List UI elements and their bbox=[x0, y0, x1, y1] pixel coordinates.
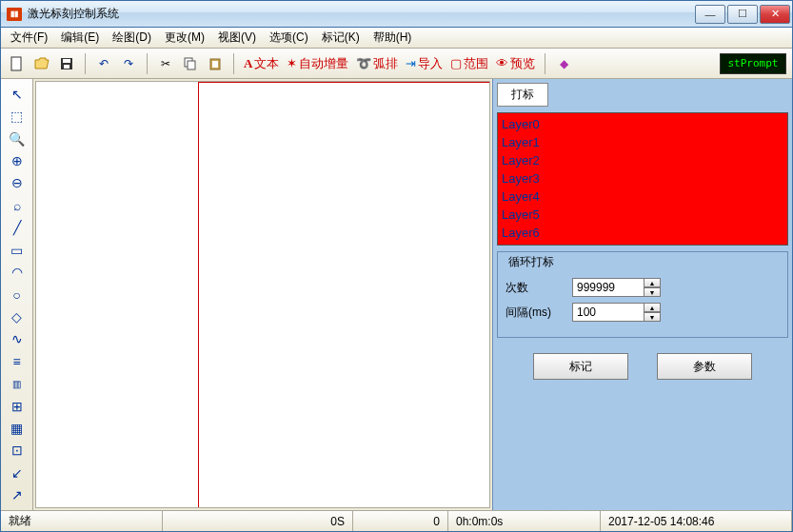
text-tool-label: 文本 bbox=[254, 55, 279, 72]
group-tool-icon[interactable]: ▦ bbox=[5, 417, 30, 439]
count-label: 次数 bbox=[506, 280, 563, 296]
preview-button[interactable]: 👁预览 bbox=[494, 53, 537, 74]
redo-icon[interactable]: ↷ bbox=[118, 53, 139, 74]
svg-rect-2 bbox=[63, 59, 70, 63]
separator bbox=[233, 53, 234, 74]
import-label: 导入 bbox=[418, 55, 443, 72]
barcode-tool-icon[interactable]: ▥ bbox=[5, 372, 30, 394]
title-bar: ▮▮ 激光标刻控制系统 ― ☐ ✕ bbox=[1, 1, 792, 28]
status-elapsed: 0h:0m:0s bbox=[448, 511, 601, 531]
canvas[interactable] bbox=[35, 81, 490, 508]
interval-label: 间隔(ms) bbox=[506, 305, 563, 321]
layer-list[interactable]: Layer0 Layer1 Layer2 Layer3 Layer4 Layer… bbox=[497, 112, 788, 246]
zoom-window-icon[interactable]: ⌕ bbox=[5, 194, 30, 216]
zoom-in-icon[interactable]: ⊕ bbox=[5, 149, 30, 171]
loop-mark-group: 循环打标 次数 ▲▼ 间隔(ms) ▲▼ bbox=[497, 251, 788, 338]
svg-rect-7 bbox=[212, 61, 218, 68]
zoom-extent-icon[interactable]: 🔍 bbox=[5, 128, 30, 149]
align-tool-icon[interactable]: ⊞ bbox=[5, 395, 30, 417]
arc-arrange-button[interactable]: ➰弧排 bbox=[354, 53, 400, 74]
zoom-out-icon[interactable]: ⊖ bbox=[5, 172, 30, 194]
arc-tool-icon[interactable]: ◠ bbox=[5, 261, 30, 283]
tab-mark[interactable]: 打标 bbox=[497, 83, 548, 107]
menu-edit[interactable]: 编辑(E) bbox=[55, 28, 105, 48]
separator bbox=[147, 53, 148, 74]
menu-mark[interactable]: 标记(K) bbox=[316, 28, 366, 48]
count-up-icon[interactable]: ▲ bbox=[644, 278, 661, 287]
loop-title: 循环打标 bbox=[506, 255, 557, 268]
undo-icon[interactable]: ↶ bbox=[93, 53, 114, 74]
interval-input[interactable] bbox=[572, 303, 644, 322]
status-count: 0 bbox=[353, 511, 448, 531]
status-datetime: 2017-12-05 14:08:46 bbox=[601, 511, 792, 531]
list-item[interactable]: Layer5 bbox=[502, 206, 783, 224]
line-tool-icon[interactable]: ╱ bbox=[5, 217, 30, 239]
import-button[interactable]: ⇥导入 bbox=[404, 53, 445, 74]
list-item[interactable]: Layer1 bbox=[502, 133, 783, 151]
rectangle-tool-icon[interactable]: ▭ bbox=[5, 239, 30, 261]
cut-icon[interactable]: ✂ bbox=[155, 53, 176, 74]
count-down-icon[interactable]: ▼ bbox=[644, 287, 661, 297]
paste-icon[interactable] bbox=[205, 53, 226, 74]
vertical-toolbar: ↖ ⬚ 🔍 ⊕ ⊖ ⌕ ╱ ▭ ◠ ○ ◇ ∿ ≡ ▥ ⊞ ▦ ⊡ ↙ ↗ bbox=[1, 79, 33, 510]
menu-bar: 文件(F) 编辑(E) 绘图(D) 更改(M) 视图(V) 选项(C) 标记(K… bbox=[1, 28, 792, 49]
menu-option[interactable]: 选项(C) bbox=[264, 28, 314, 48]
maximize-button[interactable]: ☐ bbox=[727, 5, 758, 24]
new-icon[interactable] bbox=[7, 53, 28, 74]
separator bbox=[545, 53, 545, 74]
count-input[interactable] bbox=[572, 278, 644, 297]
list-item[interactable]: Layer4 bbox=[502, 187, 783, 206]
text-tool-button[interactable]: A文本 bbox=[242, 53, 281, 74]
menu-change[interactable]: 更改(M) bbox=[159, 28, 210, 48]
copy-icon[interactable] bbox=[180, 53, 201, 74]
save-icon[interactable] bbox=[56, 53, 77, 74]
separator bbox=[85, 53, 86, 74]
menu-file[interactable]: 文件(F) bbox=[5, 28, 53, 48]
status-ready: 就绪 bbox=[1, 511, 163, 531]
list-item[interactable]: Layer2 bbox=[502, 151, 783, 169]
interval-down-icon[interactable]: ▼ bbox=[644, 312, 661, 322]
auto-increment-button[interactable]: ✶自动增量 bbox=[285, 53, 350, 74]
menu-view[interactable]: 视图(V) bbox=[212, 28, 262, 48]
arc-label: 弧排 bbox=[373, 55, 398, 72]
svg-rect-5 bbox=[188, 61, 195, 69]
svg-rect-0 bbox=[11, 57, 21, 70]
canvas-boundary bbox=[198, 82, 489, 507]
mark-button[interactable]: 标记 bbox=[533, 353, 628, 380]
export-tool-icon[interactable]: ↗ bbox=[5, 484, 30, 506]
pointer-tool-icon[interactable]: ↖ bbox=[5, 83, 30, 105]
preview-label: 预览 bbox=[510, 55, 535, 72]
minimize-button[interactable]: ― bbox=[695, 5, 725, 24]
app-icon: ▮▮ bbox=[7, 8, 22, 21]
curve-tool-icon[interactable]: ∿ bbox=[5, 328, 30, 350]
menu-draw[interactable]: 绘图(D) bbox=[107, 28, 157, 48]
measure-tool-icon[interactable]: ↙ bbox=[5, 462, 30, 483]
circle-tool-icon[interactable]: ○ bbox=[5, 284, 30, 305]
close-button[interactable]: ✕ bbox=[760, 5, 790, 24]
interval-up-icon[interactable]: ▲ bbox=[644, 303, 661, 312]
window-title: 激光标刻控制系统 bbox=[28, 6, 695, 22]
status-bar: 就绪 0S 0 0h:0m:0s 2017-12-05 14:08:46 bbox=[1, 510, 792, 531]
list-item[interactable]: Layer3 bbox=[502, 169, 783, 187]
menu-help[interactable]: 帮助(H) bbox=[367, 28, 418, 48]
polygon-tool-icon[interactable]: ◇ bbox=[5, 305, 30, 327]
list-item[interactable]: Layer6 bbox=[502, 224, 783, 242]
range-button[interactable]: ▢范围 bbox=[448, 53, 490, 74]
hatch-tool-icon[interactable]: ≡ bbox=[5, 350, 30, 372]
select-tool-icon[interactable]: ⬚ bbox=[5, 105, 30, 127]
range-label: 范围 bbox=[464, 55, 488, 72]
status-time1: 0S bbox=[163, 511, 353, 531]
status-prompt: stPrompt bbox=[720, 53, 786, 74]
svg-rect-3 bbox=[64, 65, 69, 69]
list-item[interactable]: Layer0 bbox=[502, 115, 783, 133]
auto-increment-label: 自动增量 bbox=[299, 55, 348, 72]
param-button[interactable]: 参数 bbox=[657, 353, 752, 380]
toolbar: ↶ ↷ ✂ A文本 ✶自动增量 ➰弧排 ⇥导入 ▢范围 👁预览 ◆ stProm… bbox=[1, 49, 792, 79]
right-panel: 打标 Layer0 Layer1 Layer2 Layer3 Layer4 La… bbox=[492, 79, 792, 510]
open-icon[interactable] bbox=[31, 53, 52, 74]
array-tool-icon[interactable]: ⊡ bbox=[5, 440, 30, 462]
help-icon[interactable]: ◆ bbox=[553, 53, 574, 74]
